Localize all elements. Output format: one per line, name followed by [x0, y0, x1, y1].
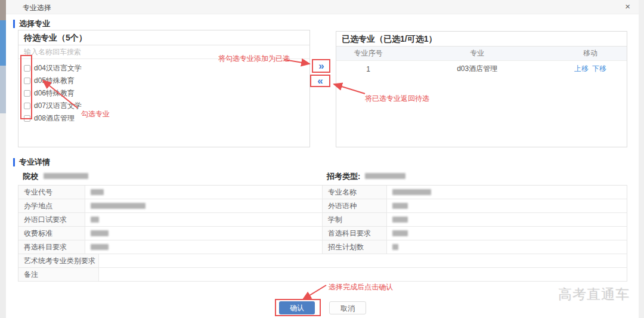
annotation-return-waiting: 将已选专业返回待选 [365, 94, 429, 104]
redacted-value [91, 203, 145, 209]
detail-row: 再选科目要求招生计划数 [18, 240, 627, 254]
detail-value [387, 240, 627, 254]
waiting-major-label: d06特殊教育 [34, 88, 75, 98]
detail-section-header: 专业详情 [13, 157, 50, 168]
detail-row: 备注 [18, 268, 627, 282]
detail-value [85, 227, 323, 240]
dialog-title: 专业选择 [23, 3, 51, 13]
detail-label: 学制 [323, 213, 387, 226]
annotation-add-selected: 将勾选专业添加为已选 [218, 54, 290, 64]
detail-label: 首选科目要求 [323, 227, 387, 240]
selected-table-body: 1d03酒店管理上移下移 [336, 61, 627, 77]
selected-majors-panel: 已选专业（已选1/可选1） 专业序号 专业 移动 1d03酒店管理上移下移 [336, 31, 627, 147]
college-value-redacted [44, 173, 88, 179]
waiting-panel-header: 待选专业（5个） [18, 30, 309, 45]
detail-label: 备注 [18, 268, 99, 281]
move-up-link[interactable]: 上移 [574, 64, 589, 73]
detail-row: 办学地点外语语种 [18, 199, 627, 213]
waiting-major-label: d04汉语言文学 [34, 63, 82, 73]
checkbox-highlight-rect [20, 55, 32, 119]
remove-button-highlight-rect [310, 75, 330, 87]
watermark: 高考直通车 [558, 285, 630, 304]
move-down-link[interactable]: 下移 [592, 64, 606, 73]
detail-label: 再选科目要求 [18, 240, 85, 254]
admission-type-label: 招考类型: [327, 171, 360, 182]
college-label: 院校 [23, 171, 38, 182]
waiting-major-item[interactable]: d08酒店管理 [18, 112, 309, 125]
redacted-value [91, 230, 109, 236]
redacted-value [392, 203, 408, 209]
page-background-left-strip [0, 0, 6, 318]
detail-label: 艺术统考专业类别要求 [18, 254, 99, 267]
waiting-major-item[interactable]: d06特殊教育 [18, 87, 309, 100]
waiting-major-label: d08酒店管理 [34, 113, 75, 124]
close-icon[interactable]: × [625, 2, 630, 11]
waiting-major-label: d07汉语言文学 [34, 101, 82, 111]
confirm-button[interactable]: 确认 [279, 301, 315, 314]
waiting-major-item[interactable]: d04汉语言文学 [18, 62, 309, 75]
selected-table-header: 专业序号 专业 移动 [336, 47, 627, 61]
redacted-value [91, 189, 104, 195]
redacted-value [392, 217, 408, 223]
detail-value [387, 213, 627, 226]
section-bar-icon [13, 158, 15, 166]
detail-value [85, 199, 323, 212]
select-section-header: 选择专业 [13, 18, 50, 29]
selected-major-name: d03酒店管理 [400, 64, 554, 74]
detail-label: 招生计划数 [323, 240, 387, 254]
waiting-majors-panel: 待选专业（5个） d04汉语言文学d05特殊教育d06特殊教育d07汉语言文学d… [18, 30, 310, 147]
detail-value [387, 227, 627, 240]
select-section-title: 选择专业 [19, 18, 50, 29]
detail-value [387, 199, 627, 212]
admission-type-value-redacted [365, 173, 405, 179]
cancel-button[interactable]: 取消 [329, 301, 366, 314]
detail-label: 专业代号 [18, 186, 85, 199]
redacted-value [91, 244, 109, 250]
section-bar-icon [13, 20, 15, 28]
waiting-major-item[interactable]: d07汉语言文学 [18, 100, 309, 112]
selected-major-seq: 1 [336, 65, 400, 73]
detail-label: 收费标准 [18, 227, 85, 240]
detail-row: 外语口试要求学制 [18, 213, 627, 227]
annotation-confirm-hint: 选择完成后点击确认 [329, 282, 393, 292]
selected-panel-header: 已选专业（已选1/可选1） [336, 32, 627, 47]
detail-row: 收费标准首选科目要求 [18, 227, 627, 240]
detail-row: 专业代号专业名称 [18, 186, 627, 199]
column-major: 专业 [400, 48, 554, 58]
major-details-table: 专业代号专业名称办学地点外语语种外语口试要求学制收费标准首选科目要求再选科目要求… [18, 185, 627, 282]
column-move: 移动 [554, 48, 627, 58]
detail-value [99, 254, 627, 267]
detail-label: 外语语种 [323, 199, 387, 212]
detail-value [99, 268, 627, 281]
detail-row: 艺术统考专业类别要求 [18, 254, 627, 268]
add-button-highlight-rect [312, 59, 330, 73]
annotation-check-major: 勾选专业 [81, 109, 110, 119]
redacted-value [392, 189, 431, 195]
waiting-major-label: d05特殊教育 [34, 76, 75, 86]
detail-value [85, 240, 323, 254]
detail-label: 外语口试要求 [18, 213, 85, 226]
detail-section-title: 专业详情 [19, 157, 50, 168]
detail-value [85, 186, 323, 199]
detail-label: 办学地点 [18, 199, 85, 212]
detail-value [387, 186, 627, 199]
detail-value [85, 213, 323, 226]
waiting-majors-list: d04汉语言文学d05特殊教育d06特殊教育d07汉语言文学d08酒店管理 [18, 59, 309, 125]
waiting-major-item[interactable]: d05特殊教育 [18, 75, 309, 87]
redacted-value [392, 230, 408, 236]
redacted-value [91, 217, 99, 223]
dialog-header [6, 0, 639, 14]
redacted-value [392, 244, 398, 250]
selected-major-row: 1d03酒店管理上移下移 [336, 61, 627, 77]
detail-label: 专业名称 [323, 186, 387, 199]
column-seq: 专业序号 [336, 48, 400, 58]
page-background-right-strip [639, 0, 644, 318]
